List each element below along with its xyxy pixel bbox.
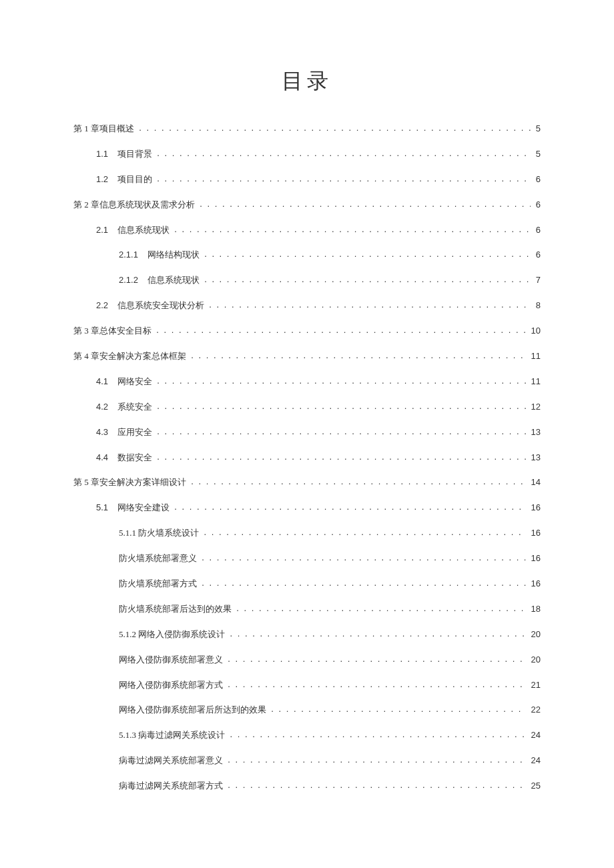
- toc-leader-dots: [204, 527, 526, 536]
- toc-entry-number: 4.4: [96, 452, 108, 464]
- toc-entry[interactable]: 网络入侵防御系统部署后所达到的效果 22: [73, 697, 541, 723]
- toc-entry-page: 7: [536, 275, 541, 286]
- toc-entry-number: 4.2: [96, 402, 108, 413]
- toc-entry-page: 6: [536, 174, 541, 185]
- toc-entry[interactable]: 病毒过滤网关系统部署方式 25: [73, 773, 541, 799]
- toc-entry-page: 22: [531, 705, 541, 716]
- toc-entry-number: 5.1: [96, 502, 108, 514]
- toc-entry-label: 第 3 章总体安全目标: [73, 326, 151, 337]
- toc-entry-page: 24: [531, 730, 541, 741]
- toc-entry-label: 5.1.1 防火墙系统设计: [119, 528, 199, 539]
- toc-page: 目录 第 1 章项目概述 51.1项目背景 51.2项目目的 6第 2 章信息系…: [0, 0, 614, 839]
- toc-entry[interactable]: 网络入侵防御系统部署意义 20: [73, 647, 541, 673]
- toc-entry-label: 信息系统安全现状分析: [117, 300, 204, 312]
- toc-leader-dots: [157, 426, 525, 435]
- toc-entry-label: 防火墙系统部署意义: [119, 553, 197, 564]
- toc-entry[interactable]: 2.1.1网络结构现状 6: [73, 242, 541, 268]
- toc-entry-label: 网络安全建设: [117, 502, 170, 514]
- toc-entry[interactable]: 2.1信息系统现状 6: [73, 218, 541, 243]
- toc-entry[interactable]: 病毒过滤网关系统部署意义 24: [73, 748, 541, 773]
- toc-title: 目录: [73, 67, 541, 96]
- toc-entry-label: 第 2 章信息系统现状及需求分析: [73, 199, 195, 211]
- toc-entry-label: 网络入侵防御系统部署意义: [119, 655, 223, 666]
- toc-entry-number: 4.3: [96, 427, 108, 438]
- toc-leader-dots: [174, 502, 525, 510]
- toc-leader-dots: [174, 224, 530, 233]
- toc-leader-dots: [236, 603, 525, 612]
- toc-entry-page: 14: [531, 477, 541, 488]
- toc-leader-dots: [230, 628, 526, 637]
- toc-leader-dots: [200, 199, 531, 207]
- toc-leader-dots: [230, 729, 526, 738]
- toc-leader-dots: [157, 452, 525, 460]
- toc-entry-page: 24: [531, 755, 541, 767]
- toc-entry[interactable]: 网络入侵防御系统部署方式 21: [73, 673, 541, 698]
- toc-leader-dots: [228, 780, 525, 789]
- toc-entry-label: 病毒过滤网关系统部署意义: [119, 755, 223, 767]
- toc-entry-page: 8: [536, 300, 541, 312]
- toc-leader-dots: [157, 401, 525, 410]
- toc-entry-page: 6: [536, 250, 541, 261]
- toc-entry-number: 2.1.2: [119, 275, 138, 286]
- toc-leader-dots: [191, 476, 525, 485]
- toc-entry-page: 16: [531, 553, 541, 564]
- toc-entry-page: 5: [536, 123, 541, 135]
- toc-entry-label: 网络入侵防御系统部署后所达到的效果: [119, 705, 266, 716]
- toc-entry-page: 12: [531, 402, 541, 413]
- toc-entry-label: 网络入侵防御系统部署方式: [119, 680, 223, 691]
- toc-leader-dots: [228, 755, 525, 763]
- toc-entry-page: 11: [531, 351, 541, 362]
- toc-list: 第 1 章项目概述 51.1项目背景 51.2项目目的 6第 2 章信息系统现状…: [73, 116, 541, 799]
- toc-entry[interactable]: 2.1.2信息系统现状 7: [73, 268, 541, 293]
- toc-entry-label: 防火墙系统部署后达到的效果: [119, 604, 232, 615]
- toc-leader-dots: [202, 578, 525, 586]
- toc-entry[interactable]: 防火墙系统部署后达到的效果 18: [73, 596, 541, 622]
- toc-entry-page: 16: [531, 528, 541, 539]
- toc-entry-number: 2.2: [96, 300, 108, 312]
- toc-entry-label: 5.1.2 网络入侵防御系统设计: [119, 629, 225, 640]
- toc-entry-page: 18: [531, 604, 541, 615]
- toc-entry[interactable]: 4.4数据安全 13: [73, 445, 541, 470]
- toc-entry-label: 项目背景: [117, 149, 152, 160]
- toc-entry-page: 6: [536, 225, 541, 236]
- toc-entry-label: 5.1.3 病毒过滤网关系统设计: [119, 730, 225, 741]
- toc-leader-dots: [202, 552, 525, 561]
- toc-entry-label: 第 1 章项目概述: [73, 123, 134, 135]
- toc-entry-page: 16: [531, 578, 541, 590]
- toc-entry[interactable]: 防火墙系统部署意义 16: [73, 546, 541, 571]
- toc-leader-dots: [209, 300, 530, 308]
- toc-entry[interactable]: 5.1.1 防火墙系统设计 16: [73, 520, 541, 546]
- toc-leader-dots: [139, 123, 531, 131]
- toc-entry[interactable]: 5.1.3 病毒过滤网关系统设计 24: [73, 723, 541, 748]
- toc-entry[interactable]: 5.1.2 网络入侵防御系统设计 20: [73, 622, 541, 647]
- toc-entry[interactable]: 第 3 章总体安全目标 10: [73, 318, 541, 344]
- toc-entry[interactable]: 第 2 章信息系统现状及需求分析 6: [73, 192, 541, 218]
- toc-leader-dots: [204, 274, 531, 283]
- toc-entry-page: 20: [531, 655, 541, 666]
- toc-leader-dots: [157, 173, 530, 182]
- toc-entry-page: 11: [531, 376, 541, 388]
- toc-entry[interactable]: 第 4 章安全解决方案总体框架 11: [73, 344, 541, 369]
- toc-entry-label: 网络结构现状: [147, 250, 200, 261]
- toc-entry-page: 13: [531, 427, 541, 438]
- toc-entry[interactable]: 4.3应用安全 13: [73, 420, 541, 445]
- toc-leader-dots: [157, 148, 530, 157]
- toc-entry[interactable]: 防火墙系统部署方式 16: [73, 571, 541, 596]
- toc-entry[interactable]: 4.1网络安全 11: [73, 369, 541, 394]
- toc-entry-page: 20: [531, 629, 541, 640]
- toc-entry-label: 第 5 章安全解决方案详细设计: [73, 477, 186, 488]
- toc-entry[interactable]: 1.2项目目的 6: [73, 167, 541, 192]
- toc-entry[interactable]: 1.1项目背景 5: [73, 141, 541, 167]
- toc-entry[interactable]: 2.2信息系统安全现状分析 8: [73, 293, 541, 318]
- toc-entry[interactable]: 5.1网络安全建设 16: [73, 495, 541, 520]
- toc-leader-dots: [228, 654, 525, 663]
- toc-entry-label: 数据安全: [117, 452, 152, 464]
- toc-leader-dots: [191, 350, 525, 359]
- toc-entry-label: 项目目的: [117, 174, 152, 185]
- toc-entry[interactable]: 4.2系统安全 12: [73, 394, 541, 420]
- toc-entry[interactable]: 第 1 章项目概述 5: [73, 116, 541, 141]
- toc-leader-dots: [228, 679, 525, 688]
- toc-leader-dots: [204, 249, 531, 258]
- toc-entry-label: 系统安全: [117, 402, 152, 413]
- toc-entry[interactable]: 第 5 章安全解决方案详细设计 14: [73, 470, 541, 495]
